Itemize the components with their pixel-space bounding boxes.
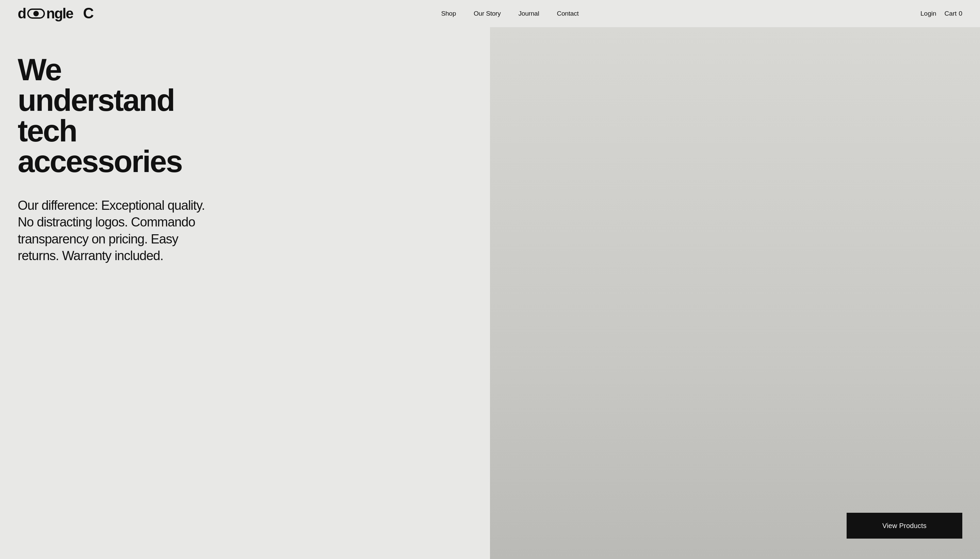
- cart-count: 0: [958, 10, 962, 17]
- logo[interactable]: d ngle C: [18, 5, 99, 22]
- hero-headline: We understand tech accessories: [18, 55, 221, 177]
- svg-text:C: C: [83, 5, 94, 22]
- nav-contact[interactable]: Contact: [557, 10, 579, 17]
- cta-button-wrapper: View Products: [847, 513, 962, 539]
- svg-text:d: d: [18, 5, 26, 22]
- hero-content: We understand tech accessories Our diffe…: [0, 27, 238, 285]
- hero-bg-gradient: [490, 27, 980, 559]
- login-link[interactable]: Login: [920, 10, 937, 17]
- cart-wrapper[interactable]: Cart 0: [945, 10, 962, 17]
- svg-point-2: [33, 11, 39, 17]
- hero-section: We understand tech accessories Our diffe…: [0, 0, 980, 559]
- nav-our-story[interactable]: Our Story: [474, 10, 501, 17]
- logo-wordmark: d ngle C: [18, 5, 99, 22]
- nav-links: Shop Our Story Journal Contact: [441, 10, 579, 17]
- navigation: d ngle C Shop Our Story Journal Contact …: [0, 0, 980, 27]
- view-products-button[interactable]: View Products: [847, 513, 962, 539]
- nav-actions: Login Cart 0: [920, 10, 962, 17]
- cart-label: Cart: [945, 10, 957, 17]
- nav-shop[interactable]: Shop: [441, 10, 456, 17]
- svg-text:ngle: ngle: [46, 5, 73, 22]
- hero-description: Our difference: Exceptional quality. No …: [18, 197, 221, 265]
- nav-journal[interactable]: Journal: [519, 10, 539, 17]
